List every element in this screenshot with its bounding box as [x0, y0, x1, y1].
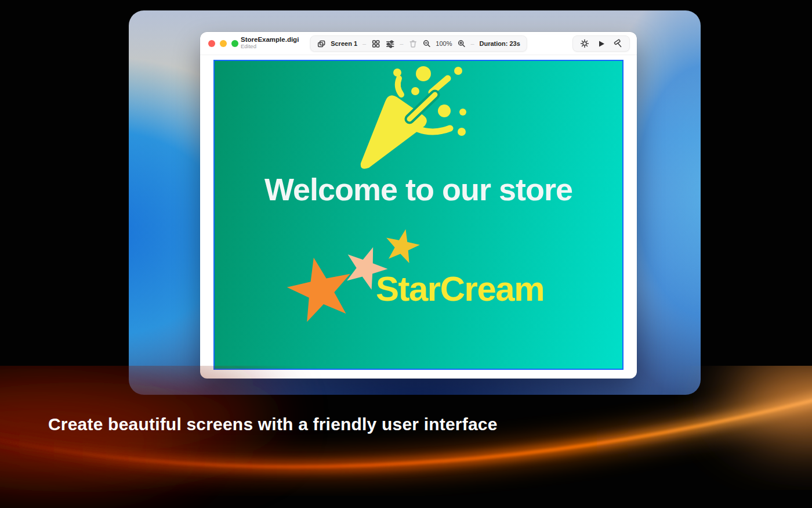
zoom-window-button[interactable] — [231, 40, 238, 47]
desktop-wallpaper-panel: StoreExample.digi Edited Screen 1 – — [129, 10, 701, 395]
star-icon — [382, 226, 422, 265]
window-titlebar: StoreExample.digi Edited Screen 1 – — [200, 32, 637, 55]
screens-button[interactable] — [317, 39, 325, 48]
adjustments-button[interactable] — [385, 39, 394, 48]
tagline: Create beautiful screens with a friendly… — [48, 415, 498, 434]
toolbar-separator: – — [362, 40, 366, 47]
star-icon — [283, 251, 358, 325]
zoom-out-icon — [422, 39, 430, 48]
minimize-button[interactable] — [220, 40, 227, 47]
party-popper-icon[interactable] — [353, 61, 472, 171]
close-button[interactable] — [208, 40, 215, 47]
screen-selector[interactable]: Screen 1 — [331, 40, 357, 47]
settings-button[interactable] — [580, 39, 589, 48]
brand-name[interactable]: StarCream — [376, 269, 544, 309]
trash-icon — [408, 39, 417, 48]
grid-icon — [371, 39, 380, 48]
gear-icon — [580, 39, 589, 48]
document-titleblock: StoreExample.digi Edited — [241, 36, 299, 50]
play-icon — [597, 39, 606, 48]
main-toolbar: Screen 1 – — [310, 35, 527, 52]
sliders-icon — [385, 39, 394, 48]
screen-canvas[interactable]: Welcome to our store StarCream — [213, 60, 624, 370]
duration-label: Duration: 23s — [480, 40, 520, 47]
actions-toolbar — [572, 35, 630, 52]
document-status: Edited — [241, 44, 299, 50]
window-controls — [208, 40, 238, 47]
screens-icon — [317, 39, 325, 48]
zoom-level[interactable]: 100% — [436, 40, 452, 47]
build-button[interactable] — [613, 39, 622, 48]
zoom-in-button[interactable] — [457, 39, 465, 48]
app-window: StoreExample.digi Edited Screen 1 – — [200, 32, 637, 379]
zoom-in-icon — [457, 39, 465, 48]
zoom-out-button[interactable] — [422, 39, 430, 48]
play-button[interactable] — [597, 39, 606, 48]
toolbar-separator: – — [400, 40, 403, 47]
welcome-heading[interactable]: Welcome to our store — [215, 171, 622, 207]
toolbar-separator: – — [470, 40, 474, 47]
hammer-icon — [613, 39, 622, 48]
delete-button[interactable] — [408, 39, 417, 48]
layout-grid-button[interactable] — [371, 39, 380, 48]
